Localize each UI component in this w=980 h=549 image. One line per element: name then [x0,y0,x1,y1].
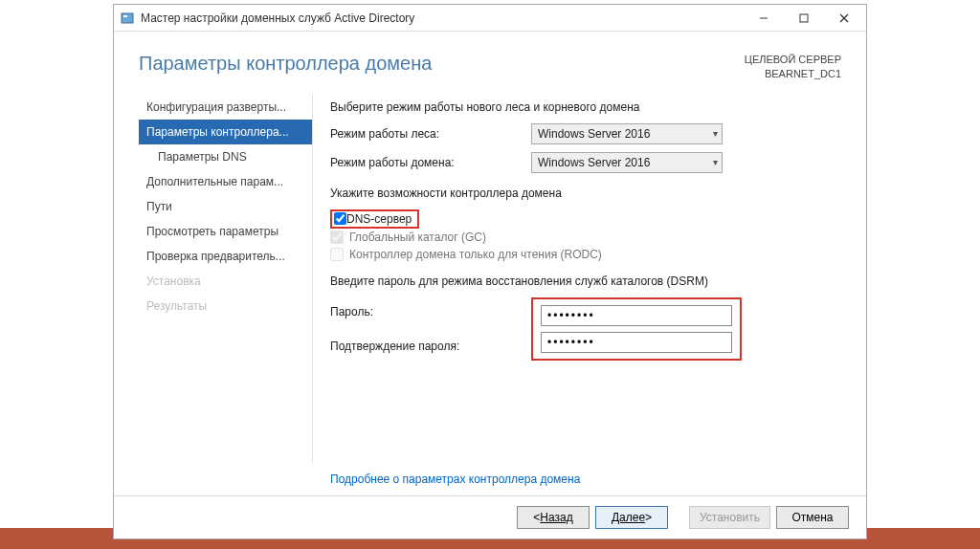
domain-level-dropdown[interactable]: Windows Server 2016 ▾ [531,152,723,173]
app-icon [120,11,135,26]
window-title: Мастер настройки доменных служб Active D… [141,11,744,25]
sidebar-item-prereq-check[interactable]: Проверка предваритель... [139,244,313,269]
chevron-down-icon: ▾ [713,128,718,139]
back-button-label: Назад [540,511,572,524]
global-catalog-checkbox [330,231,344,244]
forest-level-label: Режим работы леса: [330,127,531,141]
global-catalog-label: Глобальный каталог (GC) [349,231,486,244]
domain-level-label: Режим работы домена: [330,156,531,169]
page-title: Параметры контроллера домена [139,53,432,75]
forest-level-dropdown[interactable]: Windows Server 2016 ▾ [531,123,723,144]
target-server-label: ЦЕЛЕВОЙ СЕРВЕР [745,53,841,67]
svg-rect-0 [122,13,133,23]
password-label: Пароль: [330,305,518,318]
svg-rect-1 [123,15,127,17]
wizard-footer: < Назад Далее > Установить Отмена [114,495,866,538]
next-button-label: Далее [612,511,645,524]
more-info-link[interactable]: Подробнее о параметрах контроллера домен… [330,472,580,486]
functional-level-heading: Выберите режим работы нового леса и корн… [330,100,841,114]
confirm-password-label: Подтверждение пароля: [330,340,518,353]
chevron-down-icon: ▾ [713,157,718,167]
dns-server-label: DNS-сервер [346,212,412,226]
target-server-name: BEARNET_DC1 [745,67,841,81]
minimize-button[interactable] [744,6,784,31]
svg-rect-3 [800,14,808,22]
target-server-box: ЦЕЛЕВОЙ СЕРВЕР BEARNET_DC1 [745,53,841,81]
wizard-sidebar: Конфигурация разверты... Параметры контр… [139,95,313,463]
back-button[interactable]: < Назад [517,506,590,529]
rodc-checkbox [330,248,344,261]
wizard-content: Выберите режим работы нового леса и корн… [312,95,866,463]
next-button[interactable]: Далее > [595,506,668,529]
dsrm-heading: Введите пароль для режима восстановления… [330,274,841,288]
domain-level-value: Windows Server 2016 [538,156,650,169]
rodc-label: Контроллер домена только для чтения (ROD… [349,248,602,261]
sidebar-item-dc-options[interactable]: Параметры контроллера... [139,120,313,144]
sidebar-item-installation: Установка [139,269,313,294]
sidebar-item-additional-options[interactable]: Дополнительные парам... [139,169,313,194]
dsrm-password-input[interactable] [541,305,732,326]
maximize-button[interactable] [784,6,824,31]
sidebar-item-dns-options[interactable]: Параметры DNS [139,144,313,169]
wizard-window: Мастер настройки доменных служб Active D… [113,4,867,539]
title-bar: Мастер настройки доменных служб Active D… [114,5,866,32]
cancel-button-label: Отмена [791,511,833,524]
highlight-password-fields [531,297,742,361]
close-button[interactable] [824,6,864,31]
cancel-button[interactable]: Отмена [776,506,849,529]
dsrm-confirm-password-input[interactable] [541,332,732,353]
sidebar-item-review-options[interactable]: Просмотреть параметры [139,219,313,244]
sidebar-item-results: Результаты [139,294,313,318]
forest-level-value: Windows Server 2016 [538,127,650,141]
sidebar-item-deployment-config[interactable]: Конфигурация разверты... [139,95,313,120]
highlight-dns-checkbox: DNS-сервер [330,209,419,229]
header-area: Параметры контроллера домена ЦЕЛЕВОЙ СЕР… [114,32,866,95]
install-button-label: Установить [700,511,760,524]
sidebar-item-paths[interactable]: Пути [139,194,313,219]
capabilities-heading: Укажите возможности контроллера домена [330,187,841,200]
dns-server-checkbox[interactable] [334,212,346,225]
window-controls [744,6,864,31]
install-button: Установить [689,506,770,529]
